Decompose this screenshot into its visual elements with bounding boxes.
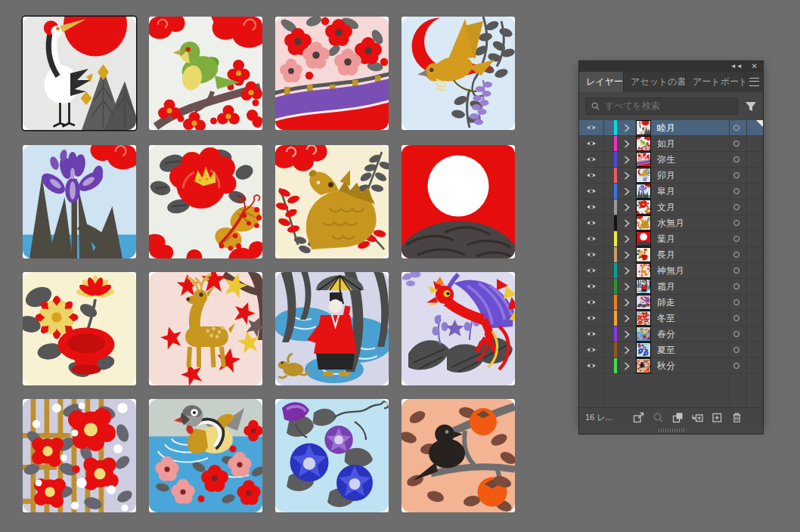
visibility-toggle[interactable] xyxy=(579,124,603,131)
layer-name[interactable]: 文月 xyxy=(657,201,675,214)
layer-row[interactable]: 睦月 xyxy=(579,120,763,136)
layer-thumbnail[interactable] xyxy=(636,358,651,373)
target-circle[interactable] xyxy=(733,125,740,131)
locate-object-icon[interactable] xyxy=(653,412,664,423)
chevron-right-icon[interactable] xyxy=(621,283,633,291)
layer-row[interactable]: 葉月 xyxy=(579,231,763,247)
artwork-tile-fumizuki-peony-butterfly[interactable] xyxy=(149,145,262,258)
chevron-right-icon[interactable] xyxy=(621,362,633,370)
layer-name[interactable]: 長月 xyxy=(657,249,675,261)
layer-thumbnail[interactable] xyxy=(636,184,651,199)
collapse-panel-icon[interactable]: ◄◄ xyxy=(730,61,743,72)
layer-row[interactable]: 春分 xyxy=(579,326,763,342)
artwork-tile-touji-camellia-snow[interactable] xyxy=(23,399,136,512)
collect-for-export-icon[interactable] xyxy=(633,412,644,423)
artwork-tile-nagatsuki-chrysanthemum-cup[interactable] xyxy=(23,272,136,385)
tab-layers[interactable]: レイヤー xyxy=(579,72,624,92)
visibility-toggle[interactable] xyxy=(579,298,603,306)
visibility-toggle[interactable] xyxy=(579,267,603,274)
visibility-toggle[interactable] xyxy=(579,330,603,338)
artwork-tile-shiwasu-phoenix[interactable] xyxy=(402,272,515,385)
filter-icon[interactable] xyxy=(745,101,757,112)
target-circle[interactable] xyxy=(733,141,740,147)
layer-name[interactable]: 冬至 xyxy=(657,312,675,325)
visibility-toggle[interactable] xyxy=(579,235,603,243)
layer-name[interactable]: 師走 xyxy=(657,296,675,309)
chevron-right-icon[interactable] xyxy=(621,235,633,243)
layer-row[interactable]: 冬至 xyxy=(579,311,763,326)
chevron-right-icon[interactable] xyxy=(621,267,633,275)
target-circle[interactable] xyxy=(733,188,740,194)
layer-thumbnail[interactable] xyxy=(636,136,651,151)
new-sublayer-icon[interactable] xyxy=(692,412,703,423)
artwork-tile-uzuki-bird-wisteria[interactable] xyxy=(402,17,515,130)
target-circle[interactable] xyxy=(733,283,740,289)
artwork-tile-geshi-morning-glory[interactable] xyxy=(275,399,389,512)
layer-row[interactable]: 長月 xyxy=(579,247,763,263)
new-layer-icon[interactable] xyxy=(712,412,723,423)
layer-row[interactable]: 卯月 xyxy=(579,168,763,184)
layer-thumbnail[interactable] xyxy=(636,263,651,278)
panel-resize-grip[interactable] xyxy=(578,426,764,435)
target-circle[interactable] xyxy=(733,347,740,353)
chevron-right-icon[interactable] xyxy=(621,219,633,227)
layer-thumbnail[interactable] xyxy=(636,152,651,167)
layer-thumbnail[interactable] xyxy=(636,120,651,135)
artwork-tile-minazuki-boar[interactable] xyxy=(275,145,389,258)
layer-row[interactable]: 文月 xyxy=(579,200,763,215)
search-input[interactable]: すべてを検索 xyxy=(585,97,738,115)
visibility-toggle[interactable] xyxy=(579,203,603,211)
visibility-toggle[interactable] xyxy=(579,283,603,290)
artwork-tile-hazuki-moon[interactable] xyxy=(402,145,515,258)
visibility-toggle[interactable] xyxy=(579,219,603,227)
target-circle[interactable] xyxy=(733,331,740,337)
target-circle[interactable] xyxy=(733,156,740,162)
layer-thumbnail[interactable] xyxy=(636,247,651,262)
visibility-toggle[interactable] xyxy=(579,172,603,179)
artwork-tile-shubun-persimmon-bird[interactable] xyxy=(402,399,515,512)
layer-name[interactable]: 皐月 xyxy=(657,185,675,198)
layer-row[interactable]: 神無月 xyxy=(579,263,763,279)
target-circle[interactable] xyxy=(733,315,740,321)
layer-thumbnail[interactable] xyxy=(636,311,651,326)
chevron-right-icon[interactable] xyxy=(621,172,633,180)
visibility-toggle[interactable] xyxy=(579,251,603,258)
chevron-right-icon[interactable] xyxy=(621,203,633,212)
chevron-right-icon[interactable] xyxy=(621,346,633,354)
chevron-right-icon[interactable] xyxy=(621,140,633,148)
layer-thumbnail[interactable] xyxy=(636,326,651,342)
artwork-tile-mutsuki-crane[interactable] xyxy=(23,17,136,130)
chevron-right-icon[interactable] xyxy=(621,124,633,132)
chevron-right-icon[interactable] xyxy=(621,187,633,196)
layer-name[interactable]: 葉月 xyxy=(657,233,675,246)
layer-name[interactable]: 睦月 xyxy=(657,122,675,135)
close-panel-icon[interactable]: ✕ xyxy=(752,61,758,72)
layer-name[interactable]: 弥生 xyxy=(657,153,675,166)
layer-row[interactable]: 如月 xyxy=(579,136,763,152)
target-circle[interactable] xyxy=(733,363,740,369)
layer-thumbnail[interactable] xyxy=(636,200,651,215)
target-circle[interactable] xyxy=(733,236,740,242)
target-circle[interactable] xyxy=(733,252,740,258)
layer-row[interactable]: 弥生 xyxy=(579,152,763,168)
target-circle[interactable] xyxy=(733,172,740,178)
artwork-tile-shunbun-mandarin-duck[interactable] xyxy=(149,399,262,512)
artwork-tile-kannazuki-deer-maple[interactable] xyxy=(149,272,262,385)
visibility-toggle[interactable] xyxy=(579,314,603,322)
chevron-right-icon[interactable] xyxy=(621,314,633,323)
tab-artboards[interactable]: アートボード xyxy=(686,72,746,92)
layer-thumbnail[interactable] xyxy=(636,342,651,357)
visibility-toggle[interactable] xyxy=(579,187,603,195)
chevron-right-icon[interactable] xyxy=(621,330,633,339)
layer-row[interactable]: 霜月 xyxy=(579,279,763,295)
layer-name[interactable]: 霜月 xyxy=(657,280,675,293)
layer-thumbnail[interactable] xyxy=(636,279,651,294)
chevron-right-icon[interactable] xyxy=(621,298,633,307)
target-circle[interactable] xyxy=(733,299,740,305)
layer-name[interactable]: 夏至 xyxy=(657,344,675,357)
artwork-tile-shimotsuki-willow-rainman[interactable] xyxy=(275,272,389,385)
target-circle[interactable] xyxy=(733,204,740,210)
visibility-toggle[interactable] xyxy=(579,156,603,163)
target-circle[interactable] xyxy=(733,268,740,274)
layer-row[interactable]: 皐月 xyxy=(579,184,763,200)
